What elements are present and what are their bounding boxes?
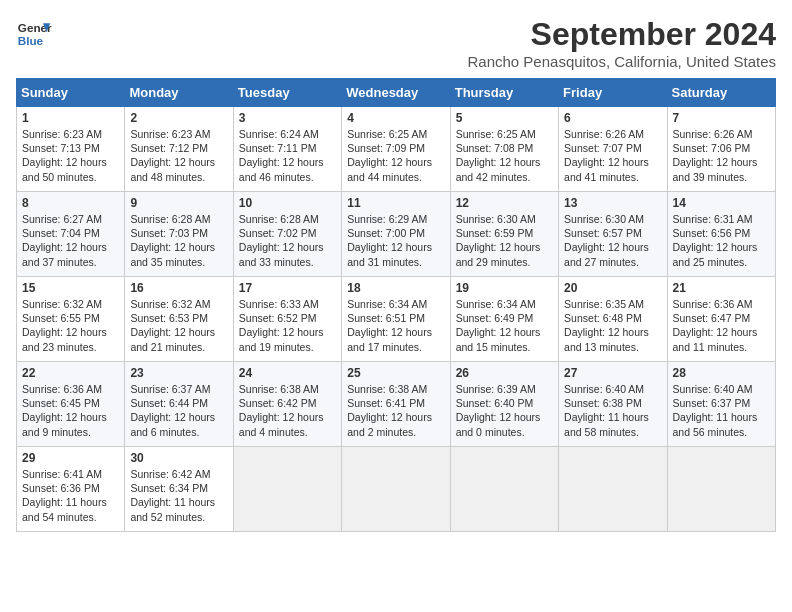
day-number: 21 — [673, 281, 770, 295]
day-info-line: Sunrise: 6:28 AM — [239, 212, 336, 226]
day-number: 24 — [239, 366, 336, 380]
day-number: 17 — [239, 281, 336, 295]
day-info-line: Sunrise: 6:34 AM — [456, 297, 553, 311]
day-info-line: Sunset: 6:36 PM — [22, 481, 119, 495]
day-cell-24: 24Sunrise: 6:38 AMSunset: 6:42 PMDayligh… — [233, 362, 341, 447]
day-info-line: Daylight: 11 hours — [673, 410, 770, 424]
day-info-line: and 27 minutes. — [564, 255, 661, 269]
day-info-line: Sunset: 6:56 PM — [673, 226, 770, 240]
day-info-line: Sunrise: 6:36 AM — [673, 297, 770, 311]
day-number: 27 — [564, 366, 661, 380]
day-info-line: and 42 minutes. — [456, 170, 553, 184]
day-cell-20: 20Sunrise: 6:35 AMSunset: 6:48 PMDayligh… — [559, 277, 667, 362]
empty-cell — [342, 447, 450, 532]
day-info-line: Sunset: 6:57 PM — [564, 226, 661, 240]
svg-text:Blue: Blue — [18, 34, 44, 47]
day-info-line: and 35 minutes. — [130, 255, 227, 269]
day-info-line: Daylight: 12 hours — [673, 325, 770, 339]
day-info-line: and 31 minutes. — [347, 255, 444, 269]
column-header-saturday: Saturday — [667, 79, 775, 107]
day-cell-22: 22Sunrise: 6:36 AMSunset: 6:45 PMDayligh… — [17, 362, 125, 447]
day-info-line: and 29 minutes. — [456, 255, 553, 269]
day-info-line: Sunset: 6:34 PM — [130, 481, 227, 495]
logo: General Blue — [16, 16, 52, 52]
day-info-line: Sunrise: 6:25 AM — [347, 127, 444, 141]
day-number: 14 — [673, 196, 770, 210]
day-cell-29: 29Sunrise: 6:41 AMSunset: 6:36 PMDayligh… — [17, 447, 125, 532]
calendar-header-row: SundayMondayTuesdayWednesdayThursdayFrid… — [17, 79, 776, 107]
day-info-line: Sunset: 6:41 PM — [347, 396, 444, 410]
day-number: 8 — [22, 196, 119, 210]
day-info-line: Daylight: 11 hours — [22, 495, 119, 509]
week-row-2: 8Sunrise: 6:27 AMSunset: 7:04 PMDaylight… — [17, 192, 776, 277]
day-cell-12: 12Sunrise: 6:30 AMSunset: 6:59 PMDayligh… — [450, 192, 558, 277]
day-info-line: Sunrise: 6:41 AM — [22, 467, 119, 481]
day-cell-28: 28Sunrise: 6:40 AMSunset: 6:37 PMDayligh… — [667, 362, 775, 447]
day-info-line: Sunrise: 6:26 AM — [564, 127, 661, 141]
week-row-3: 15Sunrise: 6:32 AMSunset: 6:55 PMDayligh… — [17, 277, 776, 362]
day-info-line: Sunrise: 6:37 AM — [130, 382, 227, 396]
day-info-line: Daylight: 11 hours — [564, 410, 661, 424]
week-row-1: 1Sunrise: 6:23 AMSunset: 7:13 PMDaylight… — [17, 107, 776, 192]
day-info-line: Daylight: 12 hours — [456, 410, 553, 424]
day-info-line: Sunset: 6:49 PM — [456, 311, 553, 325]
day-info-line: Sunset: 6:47 PM — [673, 311, 770, 325]
header: General Blue September 2024 Rancho Penas… — [16, 16, 776, 70]
day-info-line: Daylight: 12 hours — [22, 410, 119, 424]
day-info-line: and 44 minutes. — [347, 170, 444, 184]
day-info-line: Sunset: 6:59 PM — [456, 226, 553, 240]
day-info-line: Daylight: 12 hours — [130, 240, 227, 254]
day-cell-2: 2Sunrise: 6:23 AMSunset: 7:12 PMDaylight… — [125, 107, 233, 192]
day-info-line: Daylight: 12 hours — [239, 325, 336, 339]
day-cell-9: 9Sunrise: 6:28 AMSunset: 7:03 PMDaylight… — [125, 192, 233, 277]
day-info-line: and 48 minutes. — [130, 170, 227, 184]
day-info-line: Sunset: 6:55 PM — [22, 311, 119, 325]
day-info-line: Sunrise: 6:28 AM — [130, 212, 227, 226]
day-cell-30: 30Sunrise: 6:42 AMSunset: 6:34 PMDayligh… — [125, 447, 233, 532]
day-number: 6 — [564, 111, 661, 125]
day-cell-6: 6Sunrise: 6:26 AMSunset: 7:07 PMDaylight… — [559, 107, 667, 192]
day-info-line: and 17 minutes. — [347, 340, 444, 354]
day-info-line: Sunset: 7:04 PM — [22, 226, 119, 240]
day-info-line: Sunset: 7:09 PM — [347, 141, 444, 155]
day-info-line: Sunrise: 6:40 AM — [564, 382, 661, 396]
day-info-line: and 52 minutes. — [130, 510, 227, 524]
day-info-line: Daylight: 12 hours — [673, 240, 770, 254]
day-number: 5 — [456, 111, 553, 125]
day-info-line: Sunset: 6:44 PM — [130, 396, 227, 410]
day-info-line: and 39 minutes. — [673, 170, 770, 184]
column-header-monday: Monday — [125, 79, 233, 107]
day-info-line: Daylight: 12 hours — [347, 155, 444, 169]
empty-cell — [450, 447, 558, 532]
day-info-line: Sunset: 7:02 PM — [239, 226, 336, 240]
day-info-line: Sunset: 6:48 PM — [564, 311, 661, 325]
day-number: 26 — [456, 366, 553, 380]
day-info-line: Daylight: 12 hours — [22, 155, 119, 169]
day-cell-5: 5Sunrise: 6:25 AMSunset: 7:08 PMDaylight… — [450, 107, 558, 192]
title-area: September 2024 Rancho Penasquitos, Calif… — [467, 16, 776, 70]
day-number: 19 — [456, 281, 553, 295]
day-info-line: Sunrise: 6:29 AM — [347, 212, 444, 226]
day-number: 22 — [22, 366, 119, 380]
day-info-line: Sunrise: 6:24 AM — [239, 127, 336, 141]
logo-icon: General Blue — [16, 16, 52, 52]
day-info-line: and 6 minutes. — [130, 425, 227, 439]
day-info-line: Sunrise: 6:25 AM — [456, 127, 553, 141]
day-cell-11: 11Sunrise: 6:29 AMSunset: 7:00 PMDayligh… — [342, 192, 450, 277]
day-number: 15 — [22, 281, 119, 295]
day-cell-26: 26Sunrise: 6:39 AMSunset: 6:40 PMDayligh… — [450, 362, 558, 447]
day-info-line: Sunset: 7:03 PM — [130, 226, 227, 240]
day-info-line: Sunrise: 6:23 AM — [22, 127, 119, 141]
empty-cell — [667, 447, 775, 532]
day-info-line: and 56 minutes. — [673, 425, 770, 439]
day-info-line: Daylight: 12 hours — [239, 155, 336, 169]
day-number: 7 — [673, 111, 770, 125]
day-info-line: Sunrise: 6:30 AM — [456, 212, 553, 226]
day-info-line: Sunrise: 6:42 AM — [130, 467, 227, 481]
day-info-line: and 0 minutes. — [456, 425, 553, 439]
day-info-line: Sunrise: 6:32 AM — [130, 297, 227, 311]
subtitle: Rancho Penasquitos, California, United S… — [467, 53, 776, 70]
day-info-line: Daylight: 12 hours — [130, 325, 227, 339]
day-info-line: Sunset: 6:52 PM — [239, 311, 336, 325]
day-cell-18: 18Sunrise: 6:34 AMSunset: 6:51 PMDayligh… — [342, 277, 450, 362]
